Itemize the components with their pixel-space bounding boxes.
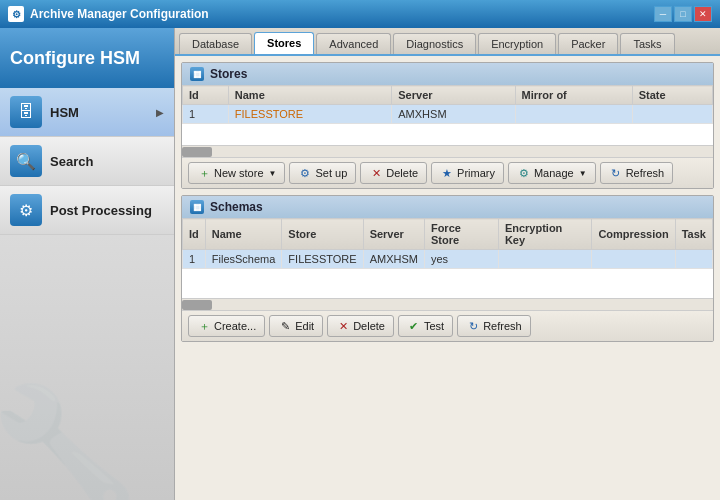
- create-button[interactable]: ＋ Create...: [188, 315, 265, 337]
- stores-header-icon: ▦: [190, 67, 204, 81]
- tab-stores[interactable]: Stores: [254, 32, 314, 54]
- test-button[interactable]: ✔ Test: [398, 315, 453, 337]
- sidebar-item-hsm[interactable]: 🗄 HSM ▶: [0, 88, 174, 137]
- schema-compression: [592, 250, 675, 269]
- store-state: [632, 105, 712, 124]
- stores-section-title: Stores: [210, 67, 247, 81]
- app-title: Configure HSM: [0, 28, 174, 88]
- manage-label: Manage: [534, 167, 574, 179]
- primary-button[interactable]: ★ Primary: [431, 162, 504, 184]
- schemas-col-task: Task: [675, 219, 712, 250]
- schemas-header-icon: ▦: [190, 200, 204, 214]
- hsm-arrow-icon: ▶: [156, 107, 164, 118]
- schemas-refresh-label: Refresh: [483, 320, 522, 332]
- stores-delete-icon: ✕: [369, 166, 383, 180]
- create-icon: ＋: [197, 319, 211, 333]
- titlebar-title: Archive Manager Configuration: [30, 7, 654, 21]
- store-id: 1: [183, 105, 229, 124]
- schemas-scrollbar[interactable]: [182, 298, 713, 310]
- hsm-icon: 🗄: [10, 96, 42, 128]
- schemas-col-enc-key: Encryption Key: [498, 219, 592, 250]
- post-processing-icon: ⚙: [10, 194, 42, 226]
- store-name: FILESSTORE: [228, 105, 391, 124]
- sidebar-item-post-processing[interactable]: ⚙ Post Processing: [0, 186, 174, 235]
- manage-icon: ⚙: [517, 166, 531, 180]
- stores-table-header: Id Name Server Mirror of State: [183, 86, 713, 105]
- stores-refresh-icon: ↻: [609, 166, 623, 180]
- new-store-label: New store: [214, 167, 264, 179]
- schemas-col-compression: Compression: [592, 219, 675, 250]
- stores-col-mirror: Mirror of: [515, 86, 632, 105]
- right-panel: Database Stores Advanced Diagnostics Enc…: [175, 28, 720, 500]
- stores-delete-button[interactable]: ✕ Delete: [360, 162, 427, 184]
- schemas-table: Id Name Store Server Force Store Encrypt…: [182, 218, 713, 269]
- manage-button[interactable]: ⚙ Manage: [508, 162, 596, 184]
- close-button[interactable]: ✕: [694, 6, 712, 22]
- stores-section: ▦ Stores Id Name Server Mirror of State: [181, 62, 714, 189]
- sidebar: Configure HSM 🗄 HSM ▶ 🔍 Search ⚙ Post Pr…: [0, 28, 175, 500]
- schemas-refresh-button[interactable]: ↻ Refresh: [457, 315, 531, 337]
- edit-button[interactable]: ✎ Edit: [269, 315, 323, 337]
- store-mirror: [515, 105, 632, 124]
- stores-table-row[interactable]: 1 FILESSTORE AMXHSM: [183, 105, 713, 124]
- stores-scrollbar-thumb[interactable]: [182, 147, 212, 157]
- stores-delete-label: Delete: [386, 167, 418, 179]
- sidebar-label-post-processing: Post Processing: [50, 203, 152, 218]
- schemas-section-title: Schemas: [210, 200, 263, 214]
- tab-diagnostics[interactable]: Diagnostics: [393, 33, 476, 54]
- tab-database[interactable]: Database: [179, 33, 252, 54]
- sidebar-bg-decoration: 🔧: [0, 379, 140, 500]
- sidebar-item-search[interactable]: 🔍 Search: [0, 137, 174, 186]
- schemas-scrollbar-thumb[interactable]: [182, 300, 212, 310]
- stores-col-name: Name: [228, 86, 391, 105]
- new-store-icon: ＋: [197, 166, 211, 180]
- schemas-refresh-icon: ↻: [466, 319, 480, 333]
- schemas-table-wrapper: Id Name Store Server Force Store Encrypt…: [182, 218, 713, 298]
- stores-refresh-button[interactable]: ↻ Refresh: [600, 162, 674, 184]
- stores-col-id: Id: [183, 86, 229, 105]
- stores-section-header: ▦ Stores: [182, 63, 713, 85]
- schemas-table-header: Id Name Store Server Force Store Encrypt…: [183, 219, 713, 250]
- stores-refresh-label: Refresh: [626, 167, 665, 179]
- test-icon: ✔: [407, 319, 421, 333]
- schemas-section: ▦ Schemas Id Name Store Server Force Sto…: [181, 195, 714, 342]
- schemas-section-header: ▦ Schemas: [182, 196, 713, 218]
- schemas-col-force-store: Force Store: [424, 219, 498, 250]
- window-controls: ─ □ ✕: [654, 6, 712, 22]
- tab-advanced[interactable]: Advanced: [316, 33, 391, 54]
- test-label: Test: [424, 320, 444, 332]
- schemas-delete-button[interactable]: ✕ Delete: [327, 315, 394, 337]
- set-up-label: Set up: [315, 167, 347, 179]
- tab-packer[interactable]: Packer: [558, 33, 618, 54]
- create-label: Create...: [214, 320, 256, 332]
- schema-server: AMXHSM: [363, 250, 424, 269]
- tabbar: Database Stores Advanced Diagnostics Enc…: [175, 28, 720, 56]
- stores-table-wrapper: Id Name Server Mirror of State 1 FILESST…: [182, 85, 713, 145]
- minimize-button[interactable]: ─: [654, 6, 672, 22]
- schema-name: FilesSchema: [205, 250, 282, 269]
- tab-tasks[interactable]: Tasks: [620, 33, 674, 54]
- set-up-button[interactable]: ⚙ Set up: [289, 162, 356, 184]
- primary-icon: ★: [440, 166, 454, 180]
- maximize-button[interactable]: □: [674, 6, 692, 22]
- set-up-icon: ⚙: [298, 166, 312, 180]
- sidebar-label-hsm: HSM: [50, 105, 79, 120]
- search-icon: 🔍: [10, 145, 42, 177]
- schema-force-store: yes: [424, 250, 498, 269]
- schemas-table-row[interactable]: 1 FilesSchema FILESSTORE AMXHSM yes: [183, 250, 713, 269]
- sidebar-label-search: Search: [50, 154, 93, 169]
- new-store-button[interactable]: ＋ New store: [188, 162, 285, 184]
- app-icon: ⚙: [8, 6, 24, 22]
- schemas-col-store: Store: [282, 219, 363, 250]
- edit-label: Edit: [295, 320, 314, 332]
- titlebar: ⚙ Archive Manager Configuration ─ □ ✕: [0, 0, 720, 28]
- stores-scrollbar[interactable]: [182, 145, 713, 157]
- schema-store: FILESSTORE: [282, 250, 363, 269]
- stores-col-state: State: [632, 86, 712, 105]
- schemas-toolbar: ＋ Create... ✎ Edit ✕ Delete ✔ Test: [182, 310, 713, 341]
- schemas-delete-icon: ✕: [336, 319, 350, 333]
- schemas-delete-label: Delete: [353, 320, 385, 332]
- schema-enc-key: [498, 250, 592, 269]
- main-content: Configure HSM 🗄 HSM ▶ 🔍 Search ⚙ Post Pr…: [0, 28, 720, 500]
- tab-encryption[interactable]: Encryption: [478, 33, 556, 54]
